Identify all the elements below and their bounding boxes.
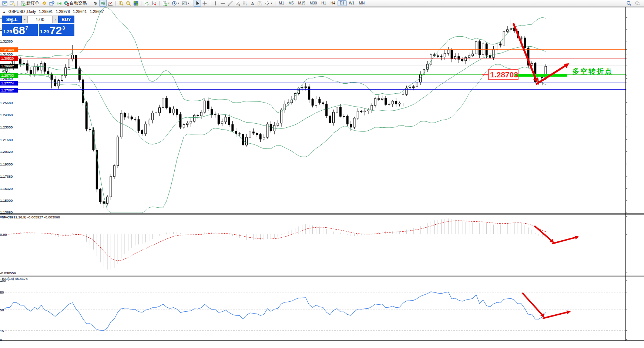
chat-button[interactable] — [634, 0, 641, 7]
timeframe-m5-button[interactable]: M5 — [286, 0, 296, 6]
text-a-button[interactable]: A — [249, 0, 256, 7]
templates-button[interactable]: ▾ — [181, 0, 191, 7]
cursor-icon — [195, 1, 200, 6]
crosshair-button[interactable] — [201, 0, 208, 7]
cursor-button[interactable] — [194, 0, 201, 7]
chart-window-button[interactable] — [1, 0, 9, 7]
buy-price-figure: 1.29 — [40, 29, 49, 34]
search-icon — [626, 1, 631, 6]
templates-icon — [182, 1, 187, 6]
chart-window-icon — [2, 1, 7, 6]
vline-button[interactable] — [212, 0, 219, 7]
timeframe-d1-button[interactable]: D1 — [338, 0, 347, 6]
macd-pane[interactable] — [3, 218, 546, 270]
chart-header: ▲ GBPUSD-,Daily 1.29591 1.29978 1.28641 … — [3, 9, 106, 14]
ohlc-close: 1.29687 — [90, 9, 104, 14]
svg-text:A: A — [251, 1, 254, 6]
macd-signal-line — [3, 221, 546, 261]
sell-price-figure: 1.29 — [3, 29, 12, 34]
zoom-in-button[interactable] — [117, 0, 125, 7]
annotations-layer: 1.28703多空转折点 — [482, 23, 613, 318]
signal-button[interactable] — [56, 0, 63, 7]
arrows-icon — [265, 1, 270, 6]
chart-canvas[interactable]: 1.28703多空转折点 — [0, 0, 644, 348]
toolbar-separator — [159, 1, 160, 6]
sell-price-point: 7 — [26, 25, 28, 31]
price-level-callout-text: 1.28703 — [490, 70, 518, 79]
ohlc-low: 1.28641 — [73, 9, 87, 14]
publish-chart-button[interactable] — [48, 0, 56, 7]
svg-text:E: E — [239, 4, 240, 6]
tile-windows-button[interactable] — [132, 0, 140, 7]
add-object-button[interactable]: ▾ — [161, 0, 171, 7]
trend-arrow[interactable] — [534, 226, 551, 240]
bollinger-upper-line — [3, 8, 546, 113]
timeframe-m15-button[interactable]: M15 — [296, 0, 307, 6]
timeframe-m1-button[interactable]: M1 — [277, 0, 286, 6]
chat-icon — [635, 1, 640, 6]
support-highlight-bar[interactable] — [514, 74, 567, 77]
autotrade-label: 自动交易 — [70, 0, 87, 6]
new-order-label: 新订单 — [26, 0, 40, 6]
timeframe-w1-button[interactable]: W1 — [347, 0, 357, 6]
volume-decrease-button[interactable]: ▼ — [22, 16, 28, 23]
fibo-icon: E — [235, 1, 240, 6]
candles-button[interactable] — [99, 0, 107, 7]
line-chart-icon — [108, 1, 113, 6]
hline-button[interactable] — [219, 0, 227, 7]
buy-price-pips: 72 — [50, 25, 62, 36]
indicator-add-button[interactable] — [150, 0, 158, 7]
text-label-button[interactable]: T — [256, 0, 264, 7]
zoom-out-button[interactable] — [125, 0, 132, 7]
rsi-pane[interactable] — [0, 292, 625, 331]
autotrade-button[interactable]: 自动交易 — [63, 0, 88, 7]
symbol-title: GBPUSD-,Daily — [9, 9, 36, 14]
svg-text:F: F — [246, 3, 247, 6]
arrows-button[interactable]: ▾ — [264, 0, 274, 7]
indicator-run-icon — [144, 1, 149, 6]
timeframe-mn-button[interactable]: MN — [357, 0, 367, 6]
chevron-down-icon: ▾ — [271, 2, 272, 5]
search-button[interactable] — [625, 0, 633, 7]
indicator-run-button[interactable] — [143, 0, 150, 7]
sell-button[interactable]: SELL — [2, 16, 22, 23]
volume-increase-button[interactable]: ▲ — [52, 16, 58, 23]
trendline-button[interactable] — [227, 0, 234, 7]
volume-input[interactable] — [28, 16, 52, 23]
timeframe-h1-button[interactable]: H1 — [319, 0, 328, 6]
trendline-icon — [228, 1, 233, 6]
timeframe-m30-button[interactable]: M30 — [308, 0, 319, 6]
buy-price-display[interactable]: 1.29 72 3 — [39, 24, 75, 36]
indicator-add-icon — [151, 1, 157, 6]
buy-button[interactable]: BUY — [58, 16, 74, 23]
periods-button[interactable]: ▾ — [171, 0, 181, 7]
main-price-pane[interactable] — [0, 8, 625, 213]
turning-point-annotation-text: 多空转折点 — [572, 67, 613, 75]
candles-icon — [100, 1, 105, 6]
window-preview-button[interactable] — [9, 0, 16, 7]
chevron-down-icon: ▾ — [178, 2, 180, 5]
trend-arrow[interactable] — [543, 312, 567, 318]
zoom-out-icon — [126, 1, 131, 6]
symbol-direction-icon: ▲ — [3, 10, 6, 14]
ohlc-high: 1.29978 — [56, 9, 70, 14]
toolbar-separator — [192, 1, 192, 6]
trend-arrow[interactable] — [552, 238, 575, 244]
trend-arrow[interactable] — [522, 293, 542, 314]
fibo-button[interactable]: E — [234, 0, 241, 7]
ohlc-open: 1.29591 — [39, 9, 53, 14]
new-order-button[interactable]: 新订单 — [19, 0, 41, 7]
hline-icon — [220, 1, 225, 6]
macd-indicator-label: MACD(12,26,9) -0.005927 -0.003068 — [2, 215, 60, 219]
toolbar-separator — [210, 1, 210, 6]
sell-price-display[interactable]: 1.29 68 7 — [2, 24, 38, 36]
bollinger-lower-line — [3, 64, 546, 213]
timeframe-h4-button[interactable]: H4 — [328, 0, 338, 6]
tile-windows-icon — [133, 1, 138, 6]
grid-f-button[interactable]: F — [241, 0, 249, 7]
bar-chart-button[interactable] — [92, 0, 99, 7]
sell-price-pips: 68 — [13, 25, 25, 36]
trend-arrow-head — [575, 235, 579, 239]
gold-tag-button[interactable] — [41, 0, 48, 7]
line-chart-button[interactable] — [107, 0, 114, 7]
